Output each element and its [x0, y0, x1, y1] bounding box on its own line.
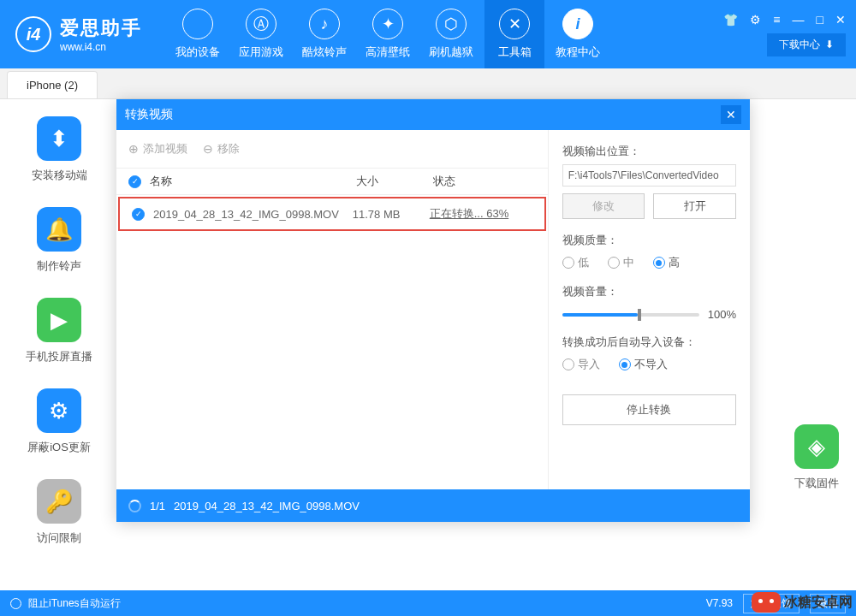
box-icon: ⬡ [436, 9, 467, 39]
progress-count: 1/1 [150, 500, 165, 512]
quality-low-radio[interactable]: 低 [562, 255, 589, 270]
menu-icon[interactable]: ≡ [773, 13, 780, 27]
wechat-button[interactable]: 微信 [810, 594, 846, 613]
nav-toolbox[interactable]: ✕工具箱 [484, 0, 544, 68]
bell-icon: 🔔 [37, 207, 81, 252]
modal-close-button[interactable]: ✕ [721, 105, 741, 124]
tools-icon: ✕ [499, 9, 530, 39]
video-list-row[interactable]: ✓ 2019_04_28_13_42_IMG_0998.MOV 11.78 MB… [118, 197, 546, 231]
spinner-icon [128, 500, 141, 512]
status-indicator-icon [10, 598, 21, 609]
side-install[interactable]: ⬍安装移动端 [32, 116, 87, 183]
output-path-input[interactable] [562, 164, 736, 187]
app-name: 爱思助手 [60, 15, 142, 41]
top-nav: 我的设备 Ⓐ应用游戏 ♪酷炫铃声 ✦高清壁纸 ⬡刷机越狱 ✕工具箱 i教程中心 [168, 0, 608, 68]
device-tabs: iPhone (2) [0, 68, 856, 99]
nav-device[interactable]: 我的设备 [168, 0, 228, 68]
apple-icon [182, 9, 213, 39]
add-video-button[interactable]: ⊕添加视频 [128, 141, 187, 157]
col-name: 名称 [150, 174, 356, 189]
quality-label: 视频质量： [562, 233, 736, 248]
row-status: 正在转换... 63% [430, 206, 532, 222]
main-content: ⬍安装移动端 🔔制作铃声 ▶手机投屏直播 ⚙屏蔽iOS更新 🔑访问限制 ◈ 下载… [0, 99, 856, 590]
add-icon: ⊕ [128, 142, 139, 156]
feedback-button[interactable]: 意见反馈 [743, 594, 800, 613]
settings-panel: 视频输出位置： 修改 打开 视频质量： 低 中 高 视频音 [549, 130, 750, 489]
nav-apps[interactable]: Ⓐ应用游戏 [231, 0, 291, 68]
modify-button[interactable]: 修改 [562, 193, 645, 219]
side-ringtone[interactable]: 🔔制作铃声 [37, 207, 81, 274]
itunes-block-toggle[interactable]: 阻止iTunes自动运行 [28, 596, 121, 611]
tool-sidebar: ⬍安装移动端 🔔制作铃声 ▶手机投屏直播 ⚙屏蔽iOS更新 🔑访问限制 [0, 116, 118, 546]
side-restriction[interactable]: 🔑访问限制 [37, 479, 81, 546]
app-header: i4 爱思助手 www.i4.cn 我的设备 Ⓐ应用游戏 ♪酷炫铃声 ✦高清壁纸… [0, 0, 856, 68]
modal-progress-bar: 1/1 2019_04_28_13_42_IMG_0998.MOV [116, 489, 750, 522]
volume-value: 100% [708, 308, 736, 321]
gear-icon[interactable]: ⚙ [750, 13, 761, 27]
col-size: 大小 [356, 174, 433, 189]
output-path-label: 视频输出位置： [562, 144, 736, 159]
side-download-firmware[interactable]: ◈ 下载固件 [794, 424, 839, 491]
row-name: 2019_04_28_13_42_IMG_0998.MOV [153, 208, 353, 221]
maximize-icon[interactable]: □ [817, 13, 823, 27]
logo-icon: i4 [15, 16, 51, 52]
row-size: 11.78 MB [353, 208, 430, 221]
app-url: www.i4.cn [60, 41, 142, 53]
autoimport-label: 转换成功后自动导入设备： [562, 335, 736, 350]
quality-mid-radio[interactable]: 中 [608, 255, 634, 270]
logo: i4 爱思助手 www.i4.cn [15, 15, 142, 53]
volume-slider[interactable] [562, 313, 699, 317]
install-icon: ⬍ [37, 116, 81, 161]
volume-label: 视频音量： [562, 284, 736, 299]
app-icon: Ⓐ [246, 9, 276, 39]
shirt-icon[interactable]: 👕 [723, 13, 738, 27]
version-label: V7.93 [706, 597, 733, 609]
video-list-panel: ⊕添加视频 ⊖移除 ✓ 名称 大小 状态 ✓ 2019_04_28_13_42_… [116, 130, 549, 489]
side-screencast[interactable]: ▶手机投屏直播 [26, 298, 92, 364]
nav-tutorials[interactable]: i教程中心 [548, 0, 608, 68]
modal-title: 转换视频 [125, 107, 173, 122]
list-header: ✓ 名称 大小 状态 [116, 168, 548, 195]
nav-wallpaper[interactable]: ✦高清壁纸 [358, 0, 418, 68]
convert-video-modal: 转换视频 ✕ ⊕添加视频 ⊖移除 ✓ 名称 大小 状态 ✓ 2019_04_28… [116, 99, 750, 522]
minimize-icon[interactable]: — [793, 13, 805, 27]
quality-high-radio[interactable]: 高 [653, 255, 680, 270]
col-status: 状态 [433, 174, 536, 189]
sparkle-icon: ✦ [372, 9, 403, 39]
row-checkbox[interactable]: ✓ [132, 208, 145, 221]
close-icon[interactable]: ✕ [835, 13, 846, 27]
modal-title-bar: 转换视频 ✕ [116, 99, 750, 130]
remove-video-button[interactable]: ⊖移除 [203, 141, 240, 157]
nav-jailbreak[interactable]: ⬡刷机越狱 [421, 0, 481, 68]
import-yes-radio[interactable]: 导入 [562, 357, 600, 372]
tab-iphone[interactable]: iPhone (2) [7, 71, 98, 98]
download-icon: ⬇ [825, 38, 834, 50]
import-no-radio[interactable]: 不导入 [619, 357, 668, 372]
key-icon: 🔑 [37, 479, 81, 524]
remove-icon: ⊖ [203, 142, 213, 156]
side-block-update[interactable]: ⚙屏蔽iOS更新 [27, 388, 91, 455]
play-icon: ▶ [37, 298, 81, 342]
status-bar: 阻止iTunes自动运行 V7.93 意见反馈 微信 [0, 590, 856, 616]
progress-file: 2019_04_28_13_42_IMG_0998.MOV [174, 500, 360, 512]
nav-ringtones[interactable]: ♪酷炫铃声 [294, 0, 354, 68]
gear-icon: ⚙ [37, 388, 81, 433]
info-icon: i [562, 9, 593, 39]
cube-icon: ◈ [794, 424, 839, 469]
window-controls: 👕 ⚙ ≡ — □ ✕ [723, 13, 846, 27]
bell-icon: ♪ [309, 9, 340, 39]
select-all-checkbox[interactable]: ✓ [128, 175, 141, 188]
open-button[interactable]: 打开 [653, 193, 736, 219]
download-center-button[interactable]: 下载中心⬇ [767, 33, 846, 56]
stop-convert-button[interactable]: 停止转换 [562, 394, 736, 425]
